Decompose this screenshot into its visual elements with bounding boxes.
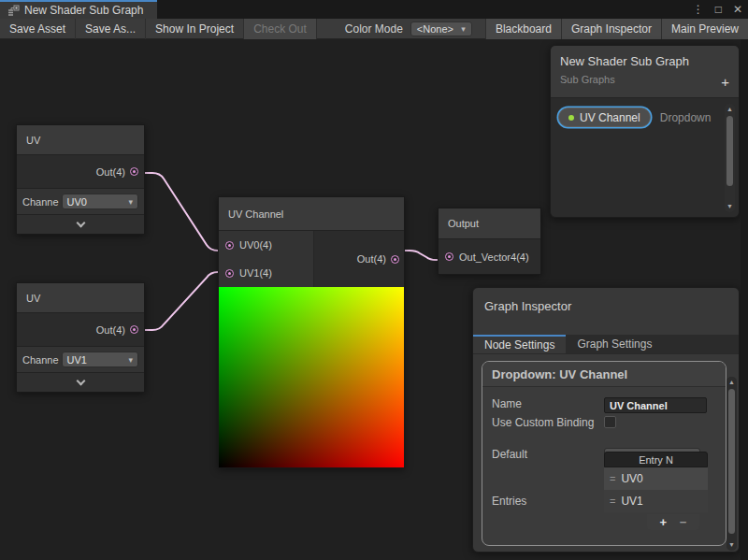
- graph-canvas[interactable]: UV Out(4) Channe UV0 ▾ UV Out(4) C: [0, 39, 748, 560]
- toolbar: Save Asset Save As... Show In Project Ch…: [0, 19, 748, 39]
- chevron-down-icon: [76, 218, 85, 227]
- save-asset-button[interactable]: Save Asset: [0, 19, 76, 39]
- chevron-down-icon: [76, 376, 85, 385]
- remove-entry-button[interactable]: −: [680, 515, 687, 529]
- input-ports: UV0(4) UV1(4): [219, 231, 314, 287]
- graph-inspector-panel[interactable]: Graph Inspector Node Settings Graph Sett…: [472, 287, 740, 553]
- add-entry-button[interactable]: +: [660, 515, 668, 529]
- scrollbar-thumb[interactable]: [726, 116, 733, 186]
- drag-handle-icon[interactable]: =: [610, 473, 614, 484]
- uv-node-top[interactable]: UV Out(4) Channe UV0 ▾: [16, 124, 145, 235]
- group-title: Dropdown: UV Channel: [482, 362, 726, 387]
- wire-uv1: [137, 272, 225, 330]
- blackboard-header: New Shader Sub Graph Sub Graphs +: [551, 46, 739, 98]
- scroll-down-icon[interactable]: ▼: [726, 540, 737, 550]
- save-as-button[interactable]: Save As...: [76, 19, 146, 39]
- window-controls: ⋮ □ ✕: [693, 0, 742, 19]
- use-custom-binding-row: Use Custom Binding: [492, 416, 718, 430]
- input-port-label: UV0(4): [239, 239, 272, 251]
- channel-dropdown[interactable]: UV1 ▾: [62, 352, 138, 367]
- canvas-right-edge: [741, 39, 748, 560]
- color-mode-label: Color Mode: [317, 22, 410, 36]
- blackboard-subtitle: Sub Graphs: [560, 74, 729, 85]
- shader-graph-icon: [7, 5, 20, 17]
- uv-gradient-preview: [219, 287, 404, 467]
- node-title[interactable]: UV: [17, 125, 144, 155]
- node-title[interactable]: UV Channel: [219, 197, 404, 231]
- node-title[interactable]: UV: [17, 283, 144, 313]
- tab-bar: New Shader Sub Graph ⋮ □ ✕: [0, 0, 748, 19]
- channel-control-row: Channe UV0 ▾: [17, 189, 144, 215]
- entries-label: Entries: [492, 495, 604, 509]
- entry-row-uv1[interactable]: = UV1: [604, 490, 708, 512]
- property-pill-uv-channel[interactable]: UV Channel: [558, 108, 651, 127]
- close-icon[interactable]: ✕: [733, 0, 742, 19]
- inspector-tabs: Node Settings Graph Settings: [473, 335, 739, 354]
- main-preview-toggle-button[interactable]: Main Preview: [661, 19, 748, 39]
- blackboard-scrollbar[interactable]: ▲ ▼: [725, 104, 735, 212]
- channel-label: Channe: [22, 196, 59, 208]
- entry-row-uv0[interactable]: = UV0: [604, 467, 708, 490]
- use-custom-binding-checkbox[interactable]: [604, 416, 616, 428]
- channel-control-row: Channe UV1 ▾: [17, 347, 144, 373]
- uv-node-bottom[interactable]: UV Out(4) Channe UV1 ▾: [16, 282, 145, 393]
- maximize-icon[interactable]: □: [715, 0, 722, 19]
- node-title[interactable]: Output: [439, 208, 540, 239]
- blackboard-toggle-button[interactable]: Blackboard: [485, 19, 561, 39]
- tab-strip: Graph Settings: [566, 335, 739, 353]
- exposed-dot-icon: [568, 115, 574, 121]
- output-port-label: Out(4): [357, 253, 386, 265]
- graph-inspector-toggle-button[interactable]: Graph Inspector: [561, 19, 661, 39]
- dropdown-settings-group: Dropdown: UV Channel Name Use Custom Bin…: [482, 361, 726, 546]
- check-out-button: Check Out: [244, 19, 317, 39]
- scroll-down-icon[interactable]: ▼: [725, 202, 735, 211]
- name-row: Name: [492, 397, 718, 413]
- input-port-row: Out_Vector4(4): [439, 239, 540, 274]
- input-port-uv0[interactable]: [225, 241, 234, 250]
- port-section: UV0(4) UV1(4) Out(4): [219, 231, 404, 287]
- channel-label: Channe: [22, 354, 59, 366]
- chevron-down-icon: ▾: [461, 24, 466, 34]
- tab-new-shader-sub-graph[interactable]: New Shader Sub Graph: [0, 0, 157, 19]
- tab-graph-settings[interactable]: Graph Settings: [566, 335, 663, 353]
- add-property-button[interactable]: +: [721, 74, 729, 90]
- input-port-row: UV1(4): [219, 259, 313, 287]
- drag-handle-icon[interactable]: =: [610, 495, 614, 507]
- entry-name-header[interactable]: Entry N: [604, 452, 708, 467]
- show-in-project-button[interactable]: Show In Project: [146, 19, 244, 39]
- collapse-button[interactable]: [17, 215, 144, 234]
- channel-dropdown[interactable]: UV0 ▾: [62, 194, 138, 209]
- name-input[interactable]: [604, 397, 707, 413]
- use-custom-binding-label: Use Custom Binding: [492, 416, 604, 430]
- scrollbar-thumb[interactable]: [728, 389, 735, 534]
- tab-node-settings[interactable]: Node Settings: [473, 335, 566, 353]
- blackboard-panel[interactable]: New Shader Sub Graph Sub Graphs + UV Cha…: [550, 45, 740, 218]
- collapse-button[interactable]: [17, 373, 144, 392]
- wire-uv0: [137, 173, 225, 251]
- color-mode-dropdown[interactable]: <None> ▾: [410, 22, 472, 36]
- entry-value: UV1: [621, 495, 642, 508]
- input-port[interactable]: [445, 252, 453, 261]
- inspector-scrollbar[interactable]: ▲ ▼: [726, 377, 737, 551]
- chevron-down-icon: ▾: [128, 355, 133, 365]
- scroll-up-icon[interactable]: ▲: [726, 378, 737, 387]
- output-port[interactable]: [130, 325, 138, 334]
- blackboard-item[interactable]: UV Channel Dropdown: [558, 108, 731, 127]
- menu-icon[interactable]: ⋮: [693, 0, 704, 19]
- entries-list: Entry N = UV0 = UV1: [604, 452, 708, 512]
- output-port-label: Out(4): [96, 324, 125, 336]
- toolbar-right-group: Blackboard Graph Inspector Main Preview: [485, 19, 748, 39]
- blackboard-title: New Shader Sub Graph: [560, 54, 729, 68]
- chevron-down-icon: ▾: [128, 197, 133, 207]
- scroll-up-icon[interactable]: ▲: [725, 105, 735, 114]
- color-mode-value: <None>: [417, 23, 461, 35]
- uv-channel-node[interactable]: UV Channel UV0(4) UV1(4) Out(4): [218, 196, 405, 468]
- input-port-row: UV0(4): [219, 231, 313, 259]
- output-node[interactable]: Output Out_Vector4(4): [438, 208, 541, 275]
- input-port-uv1[interactable]: [225, 269, 234, 278]
- output-port-row: Out(4): [314, 231, 404, 287]
- output-port[interactable]: [130, 167, 138, 176]
- output-port[interactable]: [391, 255, 399, 264]
- output-port-label: Out(4): [96, 166, 125, 178]
- output-port-row: Out(4): [17, 313, 144, 347]
